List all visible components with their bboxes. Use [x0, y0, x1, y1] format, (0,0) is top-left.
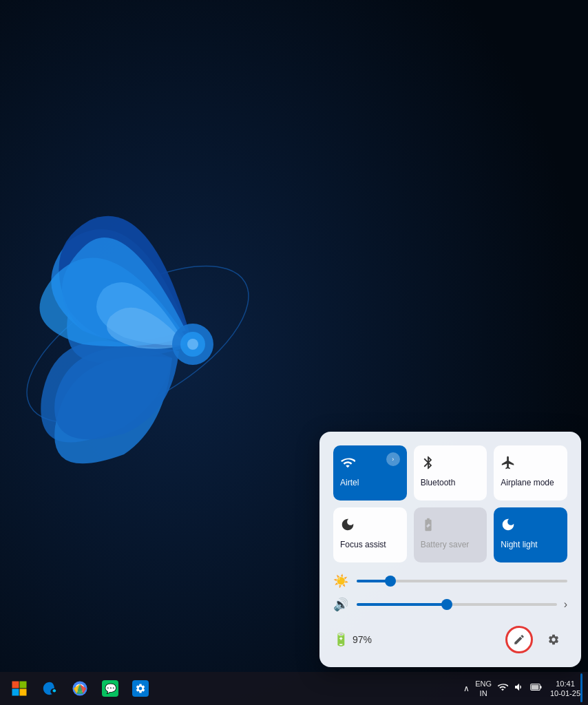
- wifi-toggle[interactable]: › Airtel: [333, 445, 407, 501]
- night-light-icon: [501, 517, 516, 536]
- date: 10-01-25: [548, 688, 582, 698]
- svg-rect-15: [540, 686, 541, 688]
- volume-tray-icon[interactable]: [514, 682, 525, 695]
- battery-saver-icon: [421, 517, 436, 536]
- brightness-track: [357, 580, 567, 582]
- bluetooth-toggle[interactable]: Bluetooth: [414, 445, 487, 501]
- bluetooth-label: Bluetooth: [421, 478, 456, 487]
- svg-rect-7: [20, 682, 27, 688]
- airplane-icon: [501, 455, 516, 474]
- tray-expand-arrow[interactable]: ∧: [463, 684, 470, 693]
- volume-slider-row: 🔊 ›: [333, 597, 567, 612]
- edge-icon[interactable]: [36, 675, 63, 702]
- wifi-tray-icon[interactable]: [497, 682, 508, 695]
- settings-taskbar-icon[interactable]: [127, 675, 154, 702]
- wifi-expand-arrow[interactable]: ›: [386, 452, 400, 466]
- svg-rect-14: [532, 685, 539, 690]
- time-date[interactable]: 10:41 10-01-25: [548, 679, 582, 699]
- brightness-thumb[interactable]: [385, 576, 396, 587]
- volume-slider[interactable]: [357, 598, 557, 611]
- panel-actions: [505, 626, 567, 653]
- panel-bottom: 🔋 97%: [333, 620, 567, 653]
- volume-fill: [357, 603, 447, 606]
- desktop: › Airtel Bluetooth Airplan: [0, 0, 588, 705]
- focus-assist-toggle[interactable]: Focus assist: [333, 507, 407, 562]
- night-light-toggle[interactable]: Night light: [494, 507, 567, 562]
- brightness-icon: ☀️: [333, 574, 350, 589]
- night-light-label: Night light: [501, 540, 537, 549]
- focus-icon: [340, 517, 355, 536]
- notification-bar: [580, 673, 582, 702]
- chrome-icon[interactable]: [66, 675, 94, 702]
- svg-point-5: [187, 339, 198, 350]
- toggle-grid: › Airtel Bluetooth Airplan: [333, 445, 567, 562]
- battery-info: 🔋 97%: [333, 632, 372, 647]
- volume-track: [357, 603, 557, 606]
- focus-label: Focus assist: [340, 540, 386, 549]
- wechat-icon[interactable]: 💬: [96, 675, 124, 702]
- volume-icon: 🔊: [333, 597, 350, 612]
- volume-thumb[interactable]: [441, 599, 452, 610]
- settings-button[interactable]: [540, 626, 567, 653]
- quick-settings-panel: › Airtel Bluetooth Airplan: [319, 432, 581, 667]
- battery-saver-toggle[interactable]: Battery saver: [414, 507, 487, 562]
- airplane-label: Airplane mode: [501, 478, 554, 487]
- battery-saver-label: Battery saver: [421, 540, 470, 549]
- edit-button[interactable]: [505, 626, 533, 653]
- wifi-icon: [340, 455, 355, 474]
- taskbar-apps: 💬: [6, 675, 154, 702]
- battery-status-icon: 🔋: [333, 632, 348, 647]
- svg-rect-6: [12, 682, 19, 688]
- taskbar: 💬 ∧ ENG IN: [0, 672, 588, 705]
- volume-expand-arrow[interactable]: ›: [564, 598, 567, 611]
- system-tray: ∧ ENG IN: [463, 679, 582, 699]
- lang-region: IN: [475, 688, 492, 698]
- lang-text: ENG: [475, 679, 492, 688]
- airplane-toggle[interactable]: Airplane mode: [494, 445, 567, 501]
- battery-tray-icon[interactable]: [530, 682, 543, 695]
- time: 10:41: [548, 679, 582, 688]
- language-indicator[interactable]: ENG IN: [475, 679, 492, 699]
- brightness-slider-row: ☀️: [333, 574, 567, 589]
- brightness-slider[interactable]: [357, 574, 567, 588]
- bluetooth-icon: [421, 455, 436, 474]
- svg-rect-9: [20, 689, 27, 696]
- battery-percent: 97%: [353, 634, 372, 645]
- start-button[interactable]: [6, 675, 33, 702]
- svg-rect-8: [12, 689, 19, 696]
- wifi-label: Airtel: [340, 478, 359, 487]
